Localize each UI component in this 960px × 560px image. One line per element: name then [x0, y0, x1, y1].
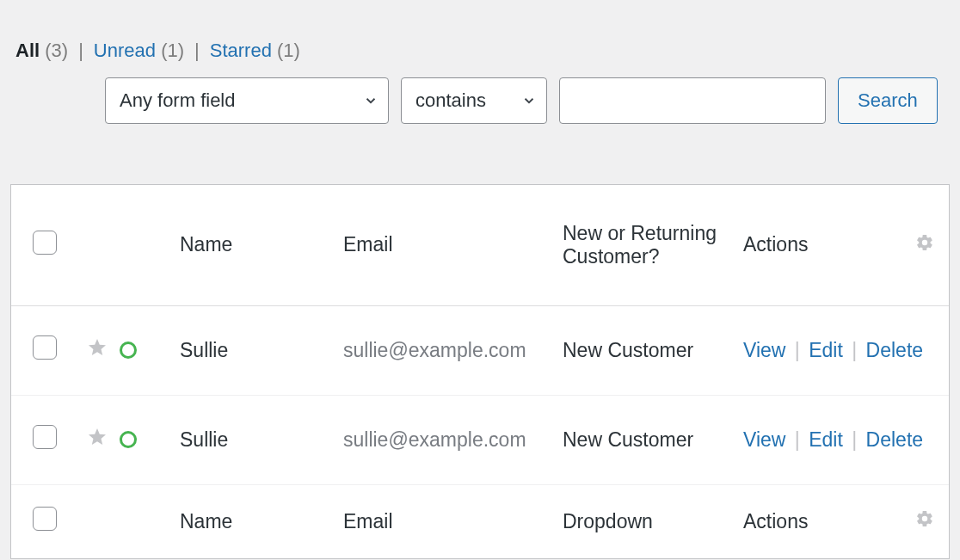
pipe-separator: |: [191, 40, 203, 62]
gear-icon[interactable]: [915, 234, 934, 256]
search-field-value: Any form field: [120, 89, 236, 112]
filter-starred-count: (1): [277, 40, 300, 61]
filter-unread-label: Unread: [94, 40, 156, 61]
filter-starred[interactable]: Starred (1): [210, 40, 300, 62]
filter-unread-count: (1): [161, 40, 184, 61]
header-name[interactable]: Name: [171, 185, 335, 305]
view-link[interactable]: View: [743, 339, 785, 361]
table-row: Sullie sullie@example.com New Customer V…: [11, 395, 949, 484]
read-status-icon[interactable]: [120, 431, 137, 448]
gear-icon[interactable]: [915, 510, 934, 532]
filter-starred-label: Starred: [210, 40, 272, 61]
view-link[interactable]: View: [743, 428, 785, 451]
search-operator-value: contains: [415, 89, 486, 112]
action-separator: |: [791, 428, 803, 451]
action-separator: |: [848, 428, 860, 451]
cell-email: sullie@example.com: [335, 305, 554, 395]
footer-customer: Dropdown: [554, 484, 735, 558]
footer-email: Email: [335, 484, 554, 558]
star-icon[interactable]: [87, 427, 108, 452]
footer-name: Name: [171, 484, 335, 558]
table-header-row: Name Email New or Returning Customer? Ac…: [11, 185, 949, 305]
filter-unread[interactable]: Unread (1): [94, 40, 184, 62]
select-all-checkbox-footer[interactable]: [33, 507, 57, 531]
star-icon[interactable]: [87, 337, 108, 363]
cell-customer: New Customer: [554, 395, 735, 484]
row-checkbox[interactable]: [33, 425, 57, 449]
cell-customer: New Customer: [554, 305, 735, 395]
table-footer-row: Name Email Dropdown Actions: [11, 484, 949, 558]
delete-link[interactable]: Delete: [866, 339, 923, 361]
cell-name: Sullie: [171, 395, 335, 484]
header-customer[interactable]: New or Returning Customer?: [554, 185, 735, 305]
search-field-select[interactable]: Any form field: [105, 77, 389, 124]
delete-link[interactable]: Delete: [866, 428, 923, 451]
pipe-separator: |: [75, 40, 87, 62]
chevron-down-icon: [520, 92, 538, 109]
filter-tabs: All (3) | Unread (1) | Starred (1): [15, 40, 950, 62]
action-separator: |: [848, 339, 860, 361]
chevron-down-icon: [362, 92, 379, 109]
filter-all-count: (3): [45, 40, 68, 61]
cell-email: sullie@example.com: [335, 395, 554, 484]
search-button[interactable]: Search: [838, 77, 938, 124]
edit-link[interactable]: Edit: [809, 339, 843, 361]
footer-actions: Actions: [735, 484, 901, 558]
filter-all[interactable]: All (3): [15, 40, 68, 62]
search-operator-select[interactable]: contains: [401, 77, 547, 124]
header-actions: Actions: [735, 185, 901, 305]
table-row: Sullie sullie@example.com New Customer V…: [11, 305, 949, 395]
read-status-icon[interactable]: [120, 342, 137, 359]
edit-link[interactable]: Edit: [809, 428, 843, 451]
search-input[interactable]: [559, 77, 826, 124]
cell-name: Sullie: [171, 305, 335, 395]
row-checkbox[interactable]: [33, 335, 57, 360]
filter-all-label: All: [15, 40, 40, 61]
select-all-checkbox[interactable]: [33, 231, 57, 255]
entries-table: Name Email New or Returning Customer? Ac…: [10, 184, 950, 559]
header-email[interactable]: Email: [335, 185, 554, 305]
search-bar: Any form field contains Search: [105, 77, 950, 124]
action-separator: |: [791, 339, 803, 361]
